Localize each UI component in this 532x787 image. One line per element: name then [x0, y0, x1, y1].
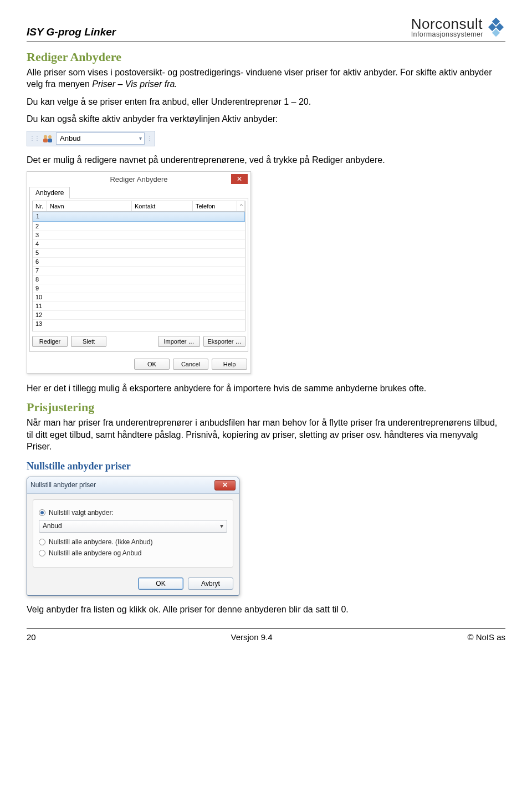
tab-anbydere[interactable]: Anbydere [29, 187, 70, 198]
col-nr[interactable]: Nr. [33, 201, 47, 211]
logo: Norconsult Informasjonssystemer [411, 17, 505, 38]
options-panel: Nullstill valgt anbyder: Anbud ▾ Nullsti… [33, 499, 233, 568]
close-icon: ✕ [222, 481, 228, 489]
para-2: Du kan velge å se priser enten fra anbud… [27, 96, 505, 108]
diamond-icon [487, 18, 505, 37]
anbyder-dropdown[interactable]: Anbud ▾ [56, 132, 145, 145]
para-closing: Velg anbyder fra listen og klikk ok. All… [27, 604, 505, 616]
people-icon [42, 134, 54, 144]
chevron-down-icon: ▾ [139, 135, 142, 141]
list-row[interactable]: 10 [33, 293, 245, 301]
para-5: Her er det i tillegg mulig å eksportere … [27, 382, 505, 395]
svg-point-6 [48, 135, 52, 139]
col-kontakt[interactable]: Kontakt [132, 201, 193, 211]
list-row[interactable]: 7 [33, 266, 245, 275]
svg-point-4 [44, 135, 47, 139]
list-row[interactable]: 13 [33, 319, 245, 328]
list-header: Nr. Navn Kontakt Telefon ^ [33, 201, 245, 212]
tab-pane: Nr. Navn Kontakt Telefon ^ 1 2 3 4 5 6 7… [29, 198, 248, 352]
para-prisjustering: Når man har priser fra underentreprenøre… [27, 417, 505, 453]
list-row[interactable]: 11 [33, 301, 245, 310]
anbyder-list: Nr. Navn Kontakt Telefon ^ 1 2 3 4 5 6 7… [32, 201, 245, 331]
close-icon: ✕ [237, 175, 242, 183]
version-text: Versjon 9.4 [231, 632, 273, 642]
heading-nullstille: Nullstille anbyder priser [27, 461, 505, 472]
anbyder-combo[interactable]: Anbud ▾ [39, 520, 227, 533]
list-row[interactable]: 2 [33, 222, 245, 231]
close-button[interactable]: ✕ [231, 174, 248, 184]
radio-unselected-icon [39, 539, 45, 545]
dialog-titlebar: Rediger Anbydere ✕ [27, 172, 250, 186]
eksporter-button[interactable]: Eksporter … [203, 336, 245, 347]
para-3: Du kan også skifte aktiv anbyder fra ver… [27, 113, 505, 125]
page-number: 20 [27, 632, 36, 642]
svg-rect-5 [43, 139, 48, 142]
list-row[interactable]: 4 [33, 239, 245, 248]
help-button[interactable]: Help [212, 359, 247, 370]
ok-button[interactable]: OK [138, 578, 183, 590]
rediger-button[interactable]: Rediger [32, 336, 68, 347]
list-row[interactable]: 9 [33, 284, 245, 293]
list-body[interactable]: 1 2 3 4 5 6 7 8 9 10 11 12 13 [33, 212, 245, 331]
logo-brand: Norconsult [411, 17, 483, 31]
radio-nullstill-valgt[interactable]: Nullstill valgt anbyder: [39, 509, 227, 517]
heading-rediger-anbydere: Rediger Anbydere [27, 50, 505, 64]
list-row-selected[interactable]: 1 [33, 212, 245, 222]
avbryt-button[interactable]: Avbryt [188, 578, 233, 590]
dialog2-title: Nullstill anbyder priser [30, 481, 96, 489]
copyright-text: © NoIS as [467, 632, 505, 642]
rediger-anbydere-dialog: Rediger Anbydere ✕ Anbydere Nr. Navn Kon… [27, 171, 251, 374]
radio-label: Nullstill valgt anbyder: [49, 509, 114, 517]
nullstill-dialog: Nullstill anbyder priser ✕ Nullstill val… [27, 477, 239, 596]
radio-label: Nullstill alle anbydere. (Ikke Anbud) [49, 538, 152, 546]
radio-unselected-icon [39, 550, 45, 556]
para-1: Alle priser som vises i postoversikt- og… [27, 67, 505, 90]
list-row[interactable]: 5 [33, 248, 245, 257]
page-header: ISY G-prog Linker Norconsult Informasjon… [27, 17, 505, 42]
radio-nullstill-alle-ikke-anbud[interactable]: Nullstill alle anbydere. (Ikke Anbud) [39, 538, 227, 546]
list-row[interactable]: 6 [33, 257, 245, 266]
col-telefon[interactable]: Telefon [193, 201, 237, 211]
svg-rect-7 [48, 139, 53, 142]
combo-value: Anbud [43, 522, 62, 530]
logo-sub: Informasjonssystemer [411, 31, 483, 38]
list-row[interactable]: 12 [33, 310, 245, 319]
anbyder-dropdown-value: Anbud [60, 134, 81, 142]
importer-button[interactable]: Importer … [158, 336, 200, 347]
ok-button[interactable]: OK [134, 359, 170, 370]
toolbar-aktiv-anbyder: ⋮⋮ Anbud ▾ ⋮ [27, 131, 155, 146]
radio-nullstill-alle-og-anbud[interactable]: Nullstill alle anbydere og Anbud [39, 549, 227, 557]
chevron-down-icon: ▾ [220, 522, 223, 530]
close-button[interactable]: ✕ [214, 480, 236, 490]
scroll-up-icon[interactable]: ^ [237, 201, 245, 211]
doc-title: ISY G-prog Linker [27, 26, 116, 38]
list-row[interactable]: 3 [33, 231, 245, 239]
radio-label: Nullstill alle anbydere og Anbud [49, 549, 141, 557]
dialog-title: Rediger Anbydere [110, 175, 167, 183]
grip-icon: ⋮⋮ [29, 136, 39, 141]
col-navn[interactable]: Navn [47, 201, 132, 211]
list-row[interactable]: 8 [33, 275, 245, 284]
radio-selected-icon [39, 509, 45, 516]
heading-prisjustering: Prisjustering [27, 400, 505, 415]
page-footer: 20 Versjon 9.4 © NoIS as [27, 628, 505, 642]
slett-button[interactable]: Slett [71, 336, 106, 347]
cancel-button[interactable]: Cancel [173, 359, 208, 370]
para-4: Det er mulig å redigere navnet på undere… [27, 154, 505, 166]
dialog2-titlebar: Nullstill anbyder priser ✕ [27, 477, 239, 494]
toolbar-edge-icon: ⋮ [147, 135, 152, 141]
